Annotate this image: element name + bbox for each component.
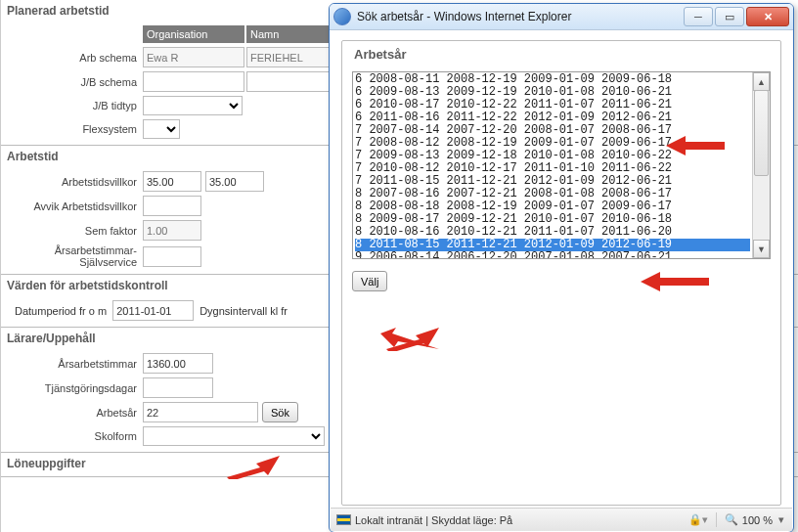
close-button[interactable]: ✕ (746, 7, 789, 26)
label-skolform: Skolform (7, 430, 143, 442)
sok-button[interactable]: Sök (262, 402, 298, 422)
status-zoom: 100 % (742, 514, 773, 526)
label-datumperiod: Datumperiod fr o m (7, 305, 112, 317)
label-jb-schema: J/B schema (7, 76, 143, 88)
label-arb-schema: Arb schema (7, 52, 143, 64)
panel-title: Arbetsår (354, 47, 771, 62)
security-icon[interactable]: 🔒▾ (688, 513, 708, 526)
avvik-input[interactable] (143, 196, 201, 216)
scrollbar[interactable]: ▲ ▼ (752, 72, 770, 258)
window-title: Sök arbetsår - Windows Internet Explorer (357, 10, 684, 23)
maximize-button[interactable]: ▭ (715, 7, 744, 26)
label-arsarbets-sjalv: Årsarbetstimmar-Självservice (7, 244, 143, 268)
arsarbets-sjalv-input[interactable] (143, 246, 201, 267)
year-listbox[interactable]: 6 2008-08-11 2008-12-19 2009-01-09 2009-… (353, 72, 752, 258)
scroll-thumb[interactable] (754, 90, 769, 176)
col-namn: Namn (246, 25, 332, 43)
arb-schema-namn-input[interactable] (246, 47, 332, 67)
arbetstidsvillkor2-input[interactable] (205, 171, 264, 192)
zoom-dropdown-icon[interactable]: ▾ (776, 513, 786, 526)
sem-faktor-input[interactable] (143, 220, 201, 241)
jb-schema-namn-input[interactable] (246, 71, 332, 92)
label-jb-tidtyp: J/B tidtyp (7, 100, 143, 111)
arb-schema-org-input[interactable] (143, 47, 244, 67)
zoom-icon[interactable]: 🔍 (725, 513, 738, 526)
label-avvik: Avvik Arbetstidsvillkor (7, 200, 143, 212)
jb-schema-org-input[interactable] (143, 71, 244, 92)
valj-button[interactable]: Välj (352, 271, 387, 291)
label-arbetsar: Arbetsår (7, 407, 143, 419)
zone-flag-icon (336, 514, 351, 525)
status-zone: Lokalt intranät | Skyddat läge: På (355, 514, 512, 526)
list-item[interactable]: 9 2006-08-14 2006-12-20 2007-01-08 2007-… (355, 251, 750, 258)
scroll-up-icon[interactable]: ▲ (753, 72, 770, 91)
label-sem-faktor: Sem faktor (7, 225, 143, 237)
arbetstidsvillkor1-input[interactable] (143, 171, 201, 192)
col-organisation: Organisation (143, 25, 244, 43)
flexsystem-select[interactable] (143, 119, 180, 139)
search-year-window: Sök arbetsår - Windows Internet Explorer… (329, 3, 794, 532)
arsarbetstimmar-input[interactable] (143, 353, 213, 374)
skolform-select[interactable] (143, 426, 325, 446)
tjanst-input[interactable] (143, 377, 213, 398)
ie-icon (333, 8, 351, 25)
jb-tidtyp-select[interactable] (143, 96, 243, 115)
datumperiod-input[interactable] (112, 300, 194, 321)
label-tjanst: Tjänstgöringsdagar (7, 382, 143, 394)
label-arsarbetstimmar: Årsarbetstimmar (7, 358, 143, 370)
label-arbetstidsvillkor: Arbetstidsvillkor (7, 176, 143, 188)
minimize-button[interactable]: ─ (684, 7, 713, 26)
arbetsar-input[interactable] (143, 402, 258, 422)
label-flexsystem: Flexsystem (7, 123, 143, 135)
scroll-down-icon[interactable]: ▼ (753, 240, 770, 258)
label-dygnsintervall: Dygnsintervall kl fr (194, 305, 288, 317)
